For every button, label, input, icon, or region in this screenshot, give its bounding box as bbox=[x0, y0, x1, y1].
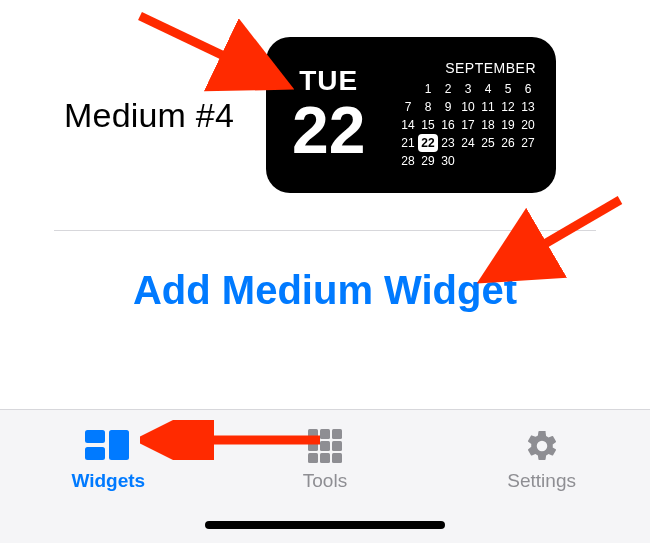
calendar-cell: 3 bbox=[458, 80, 478, 98]
svg-rect-1 bbox=[85, 447, 105, 460]
calendar-cell: 27 bbox=[518, 134, 538, 152]
svg-rect-8 bbox=[332, 441, 342, 451]
calendar-cell: 14 bbox=[398, 116, 418, 134]
calendar-cell: 7 bbox=[398, 98, 418, 116]
calendar-cell: 30 bbox=[438, 152, 458, 170]
calendar-cell: 13 bbox=[518, 98, 538, 116]
calendar-cell: 28 bbox=[398, 152, 418, 170]
calendar-cell: 25 bbox=[478, 134, 498, 152]
calendar-cell: 19 bbox=[498, 116, 518, 134]
calendar-cell: 1 bbox=[418, 80, 438, 98]
calendar-cell: 2 bbox=[438, 80, 458, 98]
calendar-cell: 17 bbox=[458, 116, 478, 134]
calendar-cell: 8 bbox=[418, 98, 438, 116]
calendar-day-number: 22 bbox=[292, 97, 365, 163]
calendar-cell: 23 bbox=[438, 134, 458, 152]
calendar-cell: 29 bbox=[418, 152, 438, 170]
svg-rect-11 bbox=[332, 453, 342, 463]
calendar-cell: 11 bbox=[478, 98, 498, 116]
svg-rect-4 bbox=[320, 429, 330, 439]
calendar-cell: 20 bbox=[518, 116, 538, 134]
home-indicator bbox=[205, 521, 445, 529]
svg-rect-10 bbox=[320, 453, 330, 463]
calendar-cell: 12 bbox=[498, 98, 518, 116]
widget-row[interactable]: Medium #4 TUE 22 SEPTEMBER 0123456789101… bbox=[36, 0, 614, 230]
add-medium-widget-button[interactable]: Add Medium Widget bbox=[36, 231, 614, 349]
calendar-cell: 5 bbox=[498, 80, 518, 98]
svg-rect-7 bbox=[320, 441, 330, 451]
calendar-cell: 16 bbox=[438, 116, 458, 134]
calendar-cell: 21 bbox=[398, 134, 418, 152]
calendar-grid: 0123456789101112131415161718192021222324… bbox=[398, 80, 538, 170]
calendar-cell: 22 bbox=[418, 134, 438, 152]
calendar-cell: 10 bbox=[458, 98, 478, 116]
svg-rect-9 bbox=[308, 453, 318, 463]
svg-rect-5 bbox=[332, 429, 342, 439]
tab-widgets-label: Widgets bbox=[71, 470, 145, 492]
tab-tools-label: Tools bbox=[303, 470, 347, 492]
tab-tools[interactable]: Tools bbox=[255, 428, 395, 492]
widget-title: Medium #4 bbox=[64, 96, 234, 135]
tab-settings-label: Settings bbox=[507, 470, 576, 492]
calendar-cell: 6 bbox=[518, 80, 538, 98]
svg-rect-2 bbox=[109, 430, 129, 460]
calendar-day-name: TUE bbox=[299, 67, 358, 95]
tab-settings[interactable]: Settings bbox=[472, 428, 612, 492]
calendar-widget-preview: TUE 22 SEPTEMBER 01234567891011121314151… bbox=[266, 37, 556, 193]
tools-icon bbox=[302, 428, 348, 464]
calendar-cell: 24 bbox=[458, 134, 478, 152]
calendar-month: SEPTEMBER bbox=[445, 60, 536, 76]
widgets-icon bbox=[85, 428, 131, 464]
calendar-cell: 26 bbox=[498, 134, 518, 152]
widget-card: Medium #4 TUE 22 SEPTEMBER 0123456789101… bbox=[36, 0, 614, 401]
calendar-cell: 15 bbox=[418, 116, 438, 134]
svg-rect-3 bbox=[308, 429, 318, 439]
calendar-cell: 18 bbox=[478, 116, 498, 134]
tab-widgets[interactable]: Widgets bbox=[38, 428, 178, 492]
settings-icon bbox=[519, 428, 565, 464]
calendar-cell: 9 bbox=[438, 98, 458, 116]
svg-rect-0 bbox=[85, 430, 105, 443]
calendar-cell: 4 bbox=[478, 80, 498, 98]
svg-rect-6 bbox=[308, 441, 318, 451]
